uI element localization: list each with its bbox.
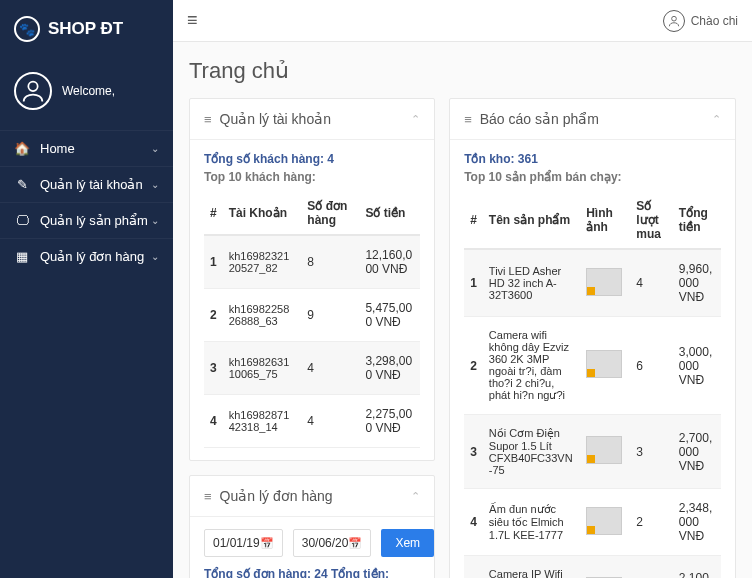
products-subtitle: Top 10 sản phẩm bán chạy:	[464, 170, 721, 184]
orders-panel-header[interactable]: ≡ Quản lý đơn hàng ⌃	[190, 476, 434, 517]
nav-item-1[interactable]: ✎Quản lý tài khoản⌄	[0, 166, 173, 202]
hamburger-icon[interactable]: ≡	[187, 10, 198, 31]
user-menu[interactable]: Chào chi	[663, 10, 738, 32]
products-panel-title: Báo cáo sản phẩm	[480, 111, 712, 127]
chevron-down-icon: ⌄	[151, 251, 159, 262]
topbar: ≡ Chào chi	[173, 0, 752, 42]
product-thumb	[586, 436, 622, 464]
chevron-up-icon: ⌃	[411, 113, 420, 126]
chevron-down-icon: ⌄	[151, 143, 159, 154]
accounts-total: Tổng số khách hàng: 4	[204, 152, 420, 166]
orders-panel-title: Quản lý đơn hàng	[220, 488, 412, 504]
table-row: 4kh1698287142318_1442,275,000 VNĐ	[204, 395, 420, 448]
accounts-table: # Tài Khoản Số đơn hàng Số tiền 1kh16982…	[204, 192, 420, 448]
orders-panel: ≡ Quản lý đơn hàng ⌃ 01/01/19📅 30/06/20📅	[189, 475, 435, 578]
accounts-panel-header[interactable]: ≡ Quản lý tài khoản ⌃	[190, 99, 434, 140]
product-thumb	[586, 268, 622, 296]
date-from-input[interactable]: 01/01/19📅	[204, 529, 283, 557]
user-icon	[663, 10, 685, 32]
nav-item-3[interactable]: ▦Quản lý đơn hàng⌄	[0, 238, 173, 274]
nav-label: Quản lý đơn hàng	[40, 249, 151, 264]
brand-text: SHOP ĐT	[48, 19, 123, 39]
brand: 🐾 SHOP ĐT	[0, 0, 173, 58]
calendar-icon: 📅	[260, 537, 274, 550]
table-row: 3Nồi Cơm Điện Supor 1.5 Lít CFXB40FC33VN…	[464, 415, 721, 489]
home-icon: 🏠	[14, 141, 30, 156]
table-row: 3kh1698263110065_7543,298,000 VNĐ	[204, 342, 420, 395]
chevron-down-icon: ⌄	[151, 215, 159, 226]
sidebar: 🐾 SHOP ĐT Welcome, 🏠Home⌄✎Quản lý tài kh…	[0, 0, 173, 578]
greeting-text: Chào chi	[691, 14, 738, 28]
table-row: 5Camera IP Wifi Imou 4.0Mpx IPC-S42FP - …	[464, 556, 721, 579]
bars-icon: ≡	[464, 112, 472, 127]
table-row: 1kh1698232120527_82812,160,000 VNĐ	[204, 235, 420, 289]
nav-label: Quản lý sản phẩm	[40, 213, 151, 228]
stock-total: Tồn kho: 361	[464, 152, 721, 166]
accounts-panel-title: Quản lý tài khoản	[220, 111, 412, 127]
page-title: Trang chủ	[189, 58, 736, 84]
products-panel-header[interactable]: ≡ Báo cáo sản phẩm ⌃	[450, 99, 735, 140]
welcome-text: Welcome,	[62, 84, 115, 98]
edit-icon: ✎	[14, 177, 30, 192]
accounts-panel: ≡ Quản lý tài khoản ⌃ Tổng số khách hàng…	[189, 98, 435, 461]
welcome-block: Welcome,	[0, 58, 173, 130]
bars-icon: ≡	[204, 489, 212, 504]
nav-item-0[interactable]: 🏠Home⌄	[0, 130, 173, 166]
products-panel: ≡ Báo cáo sản phẩm ⌃ Tồn kho: 361 Top 10…	[449, 98, 736, 578]
view-button[interactable]: Xem	[381, 529, 434, 557]
svg-point-0	[28, 82, 37, 91]
product-thumb	[586, 507, 622, 535]
table-row: 1Tivi LED Asher HD 32 inch A-32T360049,9…	[464, 249, 721, 317]
table-row: 2Camera wifi không dây Ezviz 360 2K 3MP …	[464, 317, 721, 415]
chevron-up-icon: ⌃	[411, 490, 420, 503]
nav-label: Home	[40, 141, 151, 156]
product-thumb	[586, 350, 622, 378]
grid-icon: ▦	[14, 249, 30, 264]
chevron-down-icon: ⌄	[151, 179, 159, 190]
calendar-icon: 📅	[348, 537, 362, 550]
date-to-input[interactable]: 30/06/20📅	[293, 529, 372, 557]
nav-label: Quản lý tài khoản	[40, 177, 151, 192]
bars-icon: ≡	[204, 112, 212, 127]
table-row: 2kh1698225826888_6395,475,000 VNĐ	[204, 289, 420, 342]
accounts-subtitle: Top 10 khách hàng:	[204, 170, 420, 184]
paw-icon: 🐾	[14, 16, 40, 42]
orders-summary: Tổng số đơn hàng: 24 Tổng tiền: 22,733,0…	[204, 567, 420, 578]
nav-item-2[interactable]: 🖵Quản lý sản phẩm⌄	[0, 202, 173, 238]
table-row: 4Ấm đun nước siêu tốc Elmich 1.7L KEE-17…	[464, 489, 721, 556]
svg-point-1	[671, 16, 676, 21]
user-avatar-icon	[14, 72, 52, 110]
chevron-up-icon: ⌃	[712, 113, 721, 126]
monitor-icon: 🖵	[14, 213, 30, 228]
products-table: # Tên sản phẩm Hình ảnh Số lượt mua Tổng…	[464, 192, 721, 578]
